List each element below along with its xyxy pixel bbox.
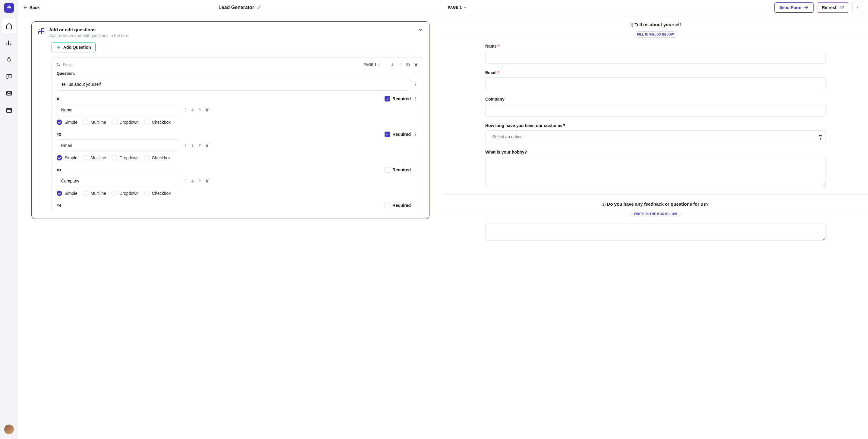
type-checkbox[interactable]: Checkbox bbox=[144, 155, 170, 161]
svg-point-21 bbox=[185, 179, 186, 180]
required-checkbox[interactable] bbox=[384, 96, 390, 101]
type-multiline[interactable]: Multiline bbox=[83, 155, 106, 161]
svg-point-26 bbox=[858, 9, 858, 9]
select-customer[interactable]: - Select an option - bbox=[485, 130, 826, 143]
type-simple[interactable]: Simple bbox=[57, 155, 78, 161]
grid-icon bbox=[38, 28, 45, 36]
field-delete-icon[interactable] bbox=[205, 179, 209, 183]
field-move-down-icon[interactable] bbox=[190, 108, 195, 112]
label-hobby: What is your hobby? bbox=[485, 150, 826, 155]
edit-title-icon[interactable] bbox=[257, 5, 261, 10]
field-options-icon[interactable] bbox=[183, 108, 187, 112]
type-simple[interactable]: Simple bbox=[57, 191, 78, 196]
label-name: Name * bbox=[485, 44, 826, 48]
svg-point-7 bbox=[415, 84, 416, 85]
label-company: Company bbox=[485, 97, 826, 101]
field-move-down-icon[interactable] bbox=[190, 179, 195, 183]
delete-icon[interactable] bbox=[414, 63, 418, 67]
required-checkbox[interactable] bbox=[384, 132, 390, 137]
input-email[interactable] bbox=[485, 77, 826, 90]
field-name-input[interactable] bbox=[57, 104, 180, 116]
svg-point-14 bbox=[185, 111, 186, 111]
nav-mail[interactable] bbox=[2, 86, 16, 101]
type-checkbox[interactable]: Checkbox bbox=[144, 191, 170, 196]
nav-wallet[interactable] bbox=[2, 103, 16, 117]
svg-point-9 bbox=[415, 97, 416, 98]
field-delete-icon[interactable] bbox=[205, 143, 209, 147]
field-menu-icon[interactable] bbox=[413, 96, 418, 101]
required-label: Required bbox=[393, 203, 411, 208]
section-badge-2: WRITE IN THE BOX BELOW bbox=[630, 211, 680, 217]
type-multiline[interactable]: Multiline bbox=[83, 120, 106, 125]
add-question-label: Add Question bbox=[63, 45, 91, 50]
field-menu-icon[interactable] bbox=[413, 132, 418, 137]
svg-point-13 bbox=[185, 110, 186, 110]
duplicate-icon[interactable] bbox=[406, 63, 410, 67]
page-selector[interactable]: PAGE 1 bbox=[448, 5, 467, 10]
send-form-button[interactable]: Send Form bbox=[774, 2, 814, 13]
nav-messages[interactable] bbox=[2, 69, 16, 84]
nav-home[interactable] bbox=[2, 19, 16, 33]
question-label: Question: bbox=[57, 71, 418, 75]
nav-analytics[interactable] bbox=[2, 36, 16, 50]
field-name-input[interactable] bbox=[57, 175, 180, 187]
editor-toolbar: Back Lead Generator bbox=[18, 0, 443, 15]
svg-point-19 bbox=[185, 145, 186, 146]
required-label: Required bbox=[393, 96, 411, 101]
move-down-icon[interactable] bbox=[390, 63, 395, 67]
field-number: #3 bbox=[57, 168, 61, 172]
type-multiline[interactable]: Multiline bbox=[83, 191, 106, 196]
required-checkbox[interactable] bbox=[384, 203, 390, 208]
input-company[interactable] bbox=[485, 104, 826, 116]
field-number: #1 bbox=[57, 97, 61, 101]
field-move-up-icon[interactable] bbox=[198, 179, 202, 183]
block-number: 1. bbox=[57, 62, 60, 67]
move-up-icon bbox=[398, 63, 402, 67]
type-dropdown[interactable]: Dropdown bbox=[112, 191, 138, 196]
svg-point-22 bbox=[185, 181, 186, 181]
svg-point-16 bbox=[415, 134, 416, 135]
textarea-hobby[interactable] bbox=[485, 157, 826, 187]
panel-title: Add or edit questions bbox=[49, 27, 130, 32]
svg-point-12 bbox=[185, 108, 186, 109]
svg-point-17 bbox=[415, 135, 416, 136]
type-simple[interactable]: Simple bbox=[57, 120, 78, 125]
field-options-icon[interactable] bbox=[183, 143, 187, 147]
more-menu-button[interactable] bbox=[852, 2, 863, 13]
type-checkbox[interactable]: Checkbox bbox=[144, 120, 170, 125]
svg-point-18 bbox=[185, 144, 186, 144]
field-move-down-icon[interactable] bbox=[190, 143, 195, 147]
form-title: Lead Generator bbox=[218, 5, 254, 10]
user-avatar[interactable] bbox=[4, 424, 14, 435]
app-logo[interactable] bbox=[4, 3, 14, 13]
back-button[interactable]: Back bbox=[23, 5, 39, 10]
block-page-selector[interactable]: PAGE 1 bbox=[364, 63, 381, 67]
section-badge: FILL IN FIELDS BELOW bbox=[634, 31, 677, 38]
refresh-button[interactable]: Refresh bbox=[817, 2, 849, 13]
add-question-button[interactable]: Add Question bbox=[52, 42, 96, 53]
question-input[interactable] bbox=[57, 78, 410, 91]
svg-rect-5 bbox=[407, 64, 410, 66]
textarea-feedback[interactable] bbox=[485, 223, 826, 241]
svg-point-15 bbox=[415, 133, 416, 133]
field-move-up-icon[interactable] bbox=[198, 143, 202, 147]
preview-pane: PAGE 1 Send Form Refresh bbox=[443, 0, 868, 439]
question-menu-icon[interactable] bbox=[413, 82, 418, 87]
field-number: #4 bbox=[57, 203, 61, 208]
input-name[interactable] bbox=[485, 51, 826, 64]
required-checkbox[interactable] bbox=[384, 167, 390, 172]
collapse-icon[interactable] bbox=[418, 27, 423, 33]
svg-point-23 bbox=[185, 182, 186, 182]
svg-rect-4 bbox=[41, 32, 44, 34]
type-dropdown[interactable]: Dropdown bbox=[112, 120, 138, 125]
field-delete-icon[interactable] bbox=[205, 108, 209, 112]
svg-point-11 bbox=[415, 100, 416, 101]
nav-activity[interactable] bbox=[2, 53, 16, 67]
field-options-icon[interactable] bbox=[183, 179, 187, 183]
required-label: Required bbox=[393, 167, 411, 172]
field-name-input[interactable] bbox=[57, 139, 180, 151]
preview-toolbar: PAGE 1 Send Form Refresh bbox=[443, 0, 868, 15]
question-block: 1. Fields PAGE 1 bbox=[52, 57, 423, 213]
type-dropdown[interactable]: Dropdown bbox=[112, 155, 138, 161]
field-number: #2 bbox=[57, 132, 61, 137]
